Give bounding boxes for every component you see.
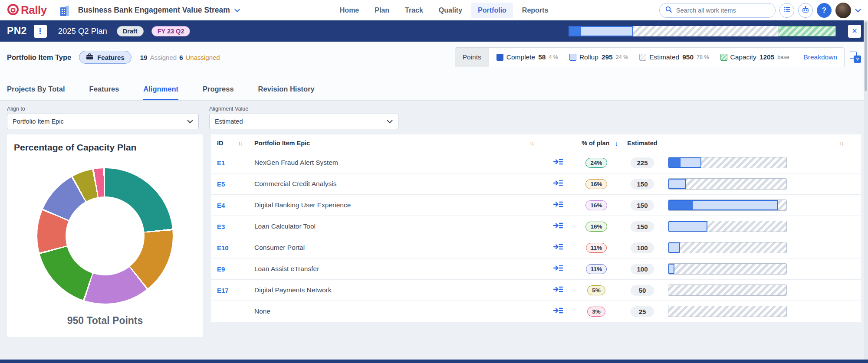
legend-name: Capacity <box>730 53 756 61</box>
sort-desc-icon[interactable]: ↓ <box>615 140 618 147</box>
epic-id-link[interactable]: E5 <box>211 180 238 188</box>
unassigned-label: Unassigned <box>185 54 220 61</box>
workspace-selector[interactable]: Business Bank Engagement Value Stream <box>78 6 240 15</box>
sort-estimated-icon[interactable]: ↑↓ <box>839 140 861 147</box>
percent-of-plan-badge: 16% <box>585 200 607 210</box>
align-epic-button[interactable] <box>544 243 572 252</box>
chevron-down-icon <box>187 118 193 125</box>
align-to-select[interactable]: Portfolio Item Epic <box>7 114 199 129</box>
rally-logo[interactable]: Rally <box>7 3 47 17</box>
align-epic-button[interactable] <box>544 180 572 188</box>
assigned-label: Assigned <box>150 54 177 61</box>
epic-id-link[interactable]: E17 <box>211 287 238 294</box>
assignment-counts: 19 Assigned 6 Unassigned <box>140 54 220 61</box>
epic-name: Loan Calculator Tool <box>254 222 529 230</box>
draft-status-badge: Draft <box>117 26 144 36</box>
plan-progress-capacity <box>779 26 836 36</box>
plan-menu-button[interactable]: ⋮ <box>34 25 47 38</box>
legend-value: 58 <box>538 53 546 61</box>
nav-item-reports[interactable]: Reports <box>516 3 555 18</box>
legend-value: 950 <box>682 53 694 61</box>
search-icon <box>665 6 672 15</box>
user-avatar[interactable] <box>835 3 851 18</box>
percent-of-plan-badge: 3% <box>587 307 605 317</box>
bar-rollup-segment <box>668 179 686 189</box>
points-legend: Points Complete584 %Rollup29524 %Estimat… <box>455 47 845 67</box>
legend-value: 295 <box>602 53 613 61</box>
percent-of-plan-badge: 11% <box>586 264 607 274</box>
alignment-value-value: Estimated <box>215 118 243 125</box>
estimated-value: 25 <box>631 306 654 317</box>
table-row: E17Digital Payments Network5%50 <box>211 280 861 301</box>
nav-item-portfolio[interactable]: Portfolio <box>471 3 513 18</box>
bar-rollup-segment <box>668 264 674 274</box>
breakdown-link[interactable]: Breakdown <box>796 48 844 67</box>
bar-rollup-segment <box>668 157 701 168</box>
bar-rollup-segment <box>668 221 707 232</box>
features-type-pill[interactable]: Features <box>79 51 132 64</box>
nav-item-plan[interactable]: Plan <box>368 3 396 18</box>
bar-rollup-segment <box>668 242 680 253</box>
sort-id-icon[interactable]: ↑↓ <box>238 140 254 147</box>
col-header-epic: Portfolio Item Epic <box>254 140 529 147</box>
tab-alignment[interactable]: Alignment <box>143 85 178 100</box>
tab-progress[interactable]: Progress <box>203 85 234 100</box>
sort-epic-icon[interactable]: ↑↓ <box>529 140 544 147</box>
assistant-button[interactable] <box>798 3 813 18</box>
top-nav: Rally Business Bank Engagement Value Str… <box>0 0 868 20</box>
tab-features[interactable]: Features <box>89 85 119 100</box>
table-body: E1NexGen Fraud Alert System24%225E5Comme… <box>211 152 861 322</box>
col-header-estimated: Estimated <box>621 140 664 147</box>
scrollbar-thumb[interactable] <box>865 22 867 91</box>
unassigned-count: 6 <box>179 54 183 61</box>
epic-id-link[interactable]: E1 <box>211 159 238 167</box>
align-arrow-icon <box>553 222 563 231</box>
align-epic-button[interactable] <box>544 307 572 316</box>
epic-id-link[interactable]: E10 <box>211 244 238 252</box>
align-epic-button[interactable] <box>544 222 572 231</box>
tab-revision-history[interactable]: Revision History <box>258 85 315 100</box>
chevron-down-icon <box>234 7 240 14</box>
epic-progress-bar <box>668 221 787 232</box>
alignment-table: ID ↑↓ Portfolio Item Epic ↑↓ % of plan ↓… <box>211 134 861 322</box>
col-header-id: ID <box>211 140 238 147</box>
capacity-swatch <box>720 54 727 61</box>
epic-id-link[interactable]: E4 <box>211 202 238 209</box>
align-epic-button[interactable] <box>544 201 572 209</box>
bar-complete-segment <box>669 158 681 167</box>
epic-progress-bar <box>668 157 787 168</box>
footer-strip <box>0 360 868 363</box>
align-epic-button[interactable] <box>544 265 572 273</box>
align-arrow-icon <box>553 286 563 294</box>
nav-item-track[interactable]: Track <box>398 3 430 18</box>
epic-id-link[interactable]: E9 <box>211 265 238 273</box>
nav-item-quality[interactable]: Quality <box>432 3 469 18</box>
legend-name: Complete <box>506 53 535 61</box>
vertical-scrollbar[interactable] <box>864 20 868 360</box>
epic-progress-bar <box>668 306 787 317</box>
epic-id-link[interactable]: E3 <box>211 223 238 230</box>
user-menu-chevron-icon[interactable] <box>855 7 861 14</box>
legend-help-icon[interactable]: ? <box>850 52 861 63</box>
points-tab[interactable]: Points <box>455 48 489 67</box>
search-box[interactable] <box>659 3 776 18</box>
percent-of-plan-badge: 24% <box>585 158 607 168</box>
help-button[interactable]: ? <box>817 3 832 18</box>
list-view-button[interactable] <box>779 3 794 18</box>
estimated-value: 150 <box>631 200 654 211</box>
estimated-value: 150 <box>631 179 654 190</box>
legend-item-complete: Complete584 % <box>491 53 564 61</box>
align-epic-button[interactable] <box>544 158 572 167</box>
align-to-label: Align to <box>7 106 199 112</box>
search-input[interactable] <box>676 7 769 14</box>
plan-progress-bar <box>569 26 836 36</box>
alignment-value-select[interactable]: Estimated <box>209 114 398 129</box>
tab-projects-by-total[interactable]: Projects By Total <box>7 85 65 100</box>
donut-hole <box>66 196 145 275</box>
nav-item-home[interactable]: Home <box>333 3 365 18</box>
workspace-building-icon[interactable] <box>58 4 71 17</box>
align-epic-button[interactable] <box>544 286 572 294</box>
percent-of-plan-badge: 16% <box>585 179 607 189</box>
close-plan-button[interactable]: ✕ <box>848 25 861 38</box>
epic-progress-bar <box>668 285 787 296</box>
